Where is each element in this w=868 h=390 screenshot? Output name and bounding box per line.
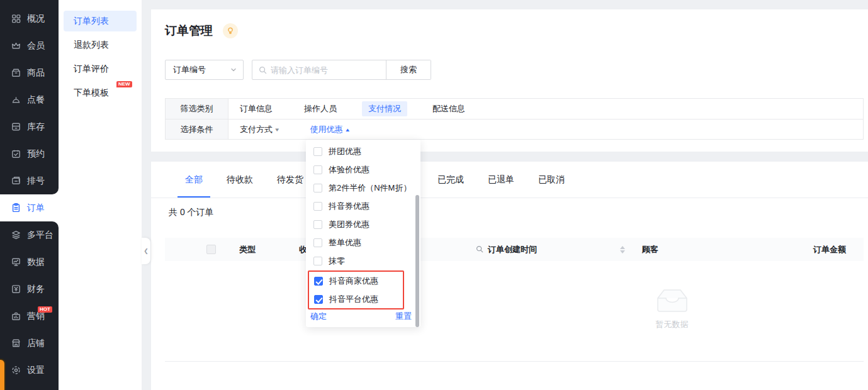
checkbox-checked[interactable]	[314, 295, 323, 304]
condition-use-discount[interactable]: 使用优惠 ▴	[304, 122, 356, 137]
checkbox-unchecked[interactable]	[313, 257, 322, 265]
option-group-discount[interactable]: 拼团优惠	[306, 142, 420, 160]
tab-pending-shipment[interactable]: 待发货	[269, 162, 311, 198]
filter-category-operator[interactable]: 操作人员	[298, 101, 343, 116]
option-trial-price[interactable]: 体验价优惠	[306, 160, 420, 179]
shop-storefront-icon	[11, 338, 21, 348]
filter-category-delivery[interactable]: 配送信息	[426, 101, 471, 116]
sidebar-item-label: 会员	[27, 40, 45, 52]
tab-refunded[interactable]: 已退单	[480, 162, 522, 198]
submenu-item-label: 退款列表	[74, 40, 109, 51]
caret-down-icon: ▾	[275, 126, 279, 133]
chevron-left-icon: ❮	[144, 248, 149, 254]
sidebar-item-label: 预约	[27, 148, 45, 160]
dropdown-scrollbar[interactable]	[415, 195, 419, 327]
option-label: 体验价优惠	[329, 164, 369, 176]
search-icon	[259, 66, 267, 74]
empty-inbox-icon	[655, 287, 690, 313]
confirm-button[interactable]: 确定	[310, 311, 327, 322]
sidebar-item-marketing[interactable]: 营销 HOT	[0, 303, 59, 330]
search-type-select[interactable]: 订单编号	[165, 60, 244, 80]
sidebar-item-finance[interactable]: 财务	[0, 276, 59, 303]
filter-category-label: 筛选类别	[166, 99, 228, 119]
submenu-item-order-review[interactable]: 订单评价	[64, 58, 137, 79]
checkbox-unchecked[interactable]	[313, 165, 322, 174]
col-type: 类型	[239, 238, 256, 261]
sidebar-item-settings[interactable]: 设置	[0, 357, 59, 384]
search-button[interactable]: 搜索	[386, 60, 431, 79]
sidebar-item-queue[interactable]: 排号	[0, 167, 59, 194]
submenu-item-order-list[interactable]: 订单列表	[64, 11, 137, 31]
sidebar-item-label: 概况	[27, 13, 45, 25]
primary-sidebar: 概况 会员 商品 点餐 库存 预约 排号 订单	[0, 0, 59, 390]
sidebar-item-orders[interactable]: 订单	[0, 194, 59, 221]
submenu-item-order-template[interactable]: 下单模板 NEW	[64, 82, 137, 103]
submenu-item-label: 下单模板	[74, 87, 109, 99]
queue-ticket-icon	[11, 176, 21, 186]
submenu-item-label: 订单评价	[74, 64, 109, 75]
order-clipboard-icon	[11, 203, 21, 213]
overview-grid-icon	[11, 13, 21, 24]
sidebar-item-data[interactable]: 数据	[0, 248, 59, 276]
column-search-icon[interactable]	[476, 245, 483, 253]
sidebar-item-member[interactable]: 会员	[0, 32, 59, 59]
reservation-calendar-icon	[11, 148, 21, 159]
option-whole-order[interactable]: 整单优惠	[306, 233, 420, 252]
tab-cancelled[interactable]: 已取消	[531, 162, 572, 198]
caret-up-icon	[620, 246, 625, 249]
sort-toggle[interactable]	[620, 238, 625, 261]
tab-pending-payment[interactable]: 待收款	[219, 162, 261, 198]
option-douyin-platform[interactable]: 抖音平台优惠	[309, 290, 403, 308]
sidebar-item-label: 商品	[27, 67, 45, 79]
reset-button[interactable]: 重置	[395, 311, 412, 322]
sidebar-item-dining[interactable]: 点餐	[0, 86, 59, 113]
col-amount: 订单金额	[813, 238, 846, 261]
sidebar-item-label: 点餐	[27, 94, 45, 106]
condition-payment-method[interactable]: 支付方式 ▾	[234, 122, 285, 137]
filter-category-order-info[interactable]: 订单信息	[234, 101, 279, 116]
floating-widget-partial[interactable]	[0, 359, 6, 390]
option-round-off[interactable]: 抹零	[306, 252, 420, 270]
search-type-value: 订单编号	[173, 64, 206, 75]
table-bottom-divider	[165, 361, 864, 362]
hot-badge: HOT	[38, 306, 52, 313]
option-douyin-coupon[interactable]: 抖音券优惠	[306, 197, 420, 215]
sidebar-item-inventory[interactable]: 库存	[0, 113, 59, 140]
submenu-item-refund-list[interactable]: 退款列表	[64, 35, 137, 55]
option-label: 美团券优惠	[329, 219, 369, 230]
sidebar-item-reservation[interactable]: 预约	[0, 140, 59, 167]
option-second-half-price[interactable]: 第2件半价（N件M折）	[306, 179, 420, 197]
condition-label: 支付方式	[240, 124, 273, 135]
tip-lightbulb-icon[interactable]	[223, 23, 238, 38]
checkbox-checked[interactable]	[314, 277, 323, 286]
sidebar-item-product[interactable]: 商品	[0, 59, 59, 86]
checkbox-unchecked[interactable]	[313, 147, 322, 156]
sidebar-item-label: 订单	[27, 203, 45, 214]
caret-up-icon: ▴	[346, 126, 349, 133]
sidebar-item-multiplatform[interactable]: 多平台	[0, 221, 59, 248]
checkbox-unchecked[interactable]	[313, 238, 322, 247]
checkbox-unchecked[interactable]	[313, 184, 322, 192]
checkbox-unchecked[interactable]	[313, 202, 322, 211]
option-label: 第2件半价（N件M折）	[329, 182, 411, 194]
tab-all[interactable]: 全部	[178, 162, 210, 198]
filter-category-payment[interactable]: 支付情况	[362, 101, 407, 116]
order-number-input[interactable]	[271, 65, 371, 75]
filter-condition-label: 选择条件	[166, 120, 228, 139]
main-content: 订单管理 订单编号 搜索 筛选类别 订单信息	[151, 0, 868, 390]
col-customer: 顾客	[642, 238, 658, 261]
option-douyin-merchant[interactable]: 抖音商家优惠	[309, 272, 403, 290]
discount-dropdown-panel: 拼团优惠 体验价优惠 第2件半价（N件M折） 抖音券优惠 美团券优惠 整单优惠 …	[306, 140, 420, 327]
select-all-checkbox[interactable]	[206, 245, 216, 254]
option-meituan-coupon[interactable]: 美团券优惠	[306, 215, 420, 233]
tab-completed[interactable]: 已完成	[430, 162, 471, 198]
checkbox-unchecked[interactable]	[313, 220, 322, 229]
sidebar-collapse-handle[interactable]: ❮	[142, 238, 150, 264]
col-created-time: 订单创建时间	[488, 238, 537, 261]
order-status-tabs: 全部 待收款 待发货 已完成 已退单 已取消	[151, 162, 868, 198]
table-header: 类型 收 订单创建时间 顾客 订单金额	[165, 238, 864, 261]
multiplatform-layers-icon	[11, 230, 21, 240]
sidebar-item-overview[interactable]: 概况	[0, 5, 59, 32]
sidebar-item-shop[interactable]: 店铺	[0, 330, 59, 357]
condition-label: 使用优惠	[310, 124, 343, 135]
